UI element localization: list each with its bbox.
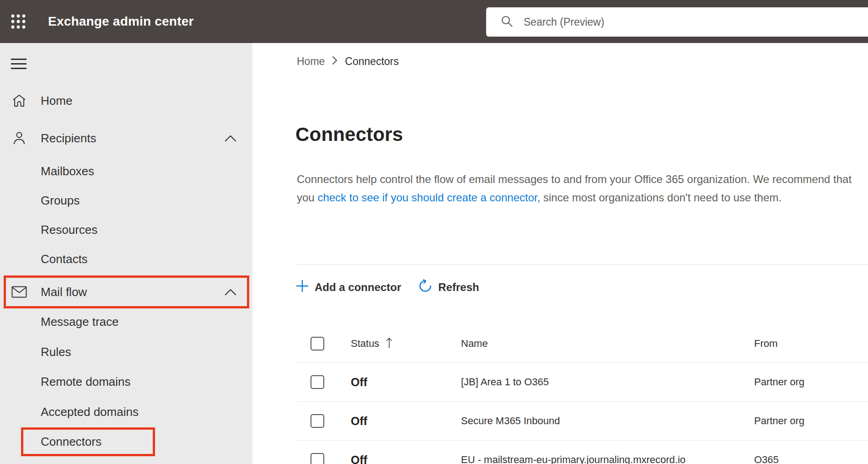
chevron-up-icon[interactable]: [224, 286, 237, 298]
add-connector-button[interactable]: Add a connector: [296, 280, 401, 295]
row-name: [JB] Area 1 to O365: [461, 376, 549, 388]
plus-icon: [296, 280, 309, 295]
select-all-checkbox[interactable]: [311, 337, 324, 351]
search-placeholder: Search (Preview): [524, 16, 604, 28]
row-status: Off: [351, 453, 367, 464]
app-title: Exchange admin center: [48, 0, 194, 43]
sidebar-item-resources[interactable]: Resources: [0, 217, 252, 243]
sidebar: Home Recipients Mailboxes Groups Resourc…: [0, 43, 252, 464]
sidebar-item-label: Accepted domains: [41, 405, 139, 419]
sidebar-item-label: Remote domains: [41, 375, 131, 389]
sort-ascending-icon: [386, 337, 393, 351]
mail-icon: [11, 284, 27, 300]
sidebar-item-message-trace[interactable]: Message trace: [0, 309, 252, 335]
breadcrumb-home-link[interactable]: Home: [297, 55, 325, 68]
sidebar-item-accepted-domains[interactable]: Accepted domains: [0, 399, 252, 425]
row-from: Partner org: [754, 376, 804, 388]
refresh-icon: [418, 279, 432, 296]
sidebar-item-rules[interactable]: Rules: [0, 339, 252, 365]
sidebar-item-remote-domains[interactable]: Remote domains: [0, 369, 252, 394]
topbar: Exchange admin center Search (Preview): [0, 0, 868, 43]
toolbar: Add a connector Refresh: [296, 278, 479, 297]
row-status: Off: [351, 415, 367, 428]
row-name: EU - mailstream-eu-primary.journaling.mx…: [461, 454, 686, 464]
magnifier-icon: [500, 14, 514, 30]
sidebar-item-connectors[interactable]: Connectors: [0, 429, 252, 454]
search-input[interactable]: Search (Preview): [486, 7, 868, 37]
table-row[interactable]: Off [JB] Area 1 to O365 Partner org: [252, 363, 868, 401]
add-connector-label: Add a connector: [315, 281, 401, 294]
row-checkbox[interactable]: [311, 375, 324, 389]
row-status: Off: [351, 376, 367, 389]
table-row[interactable]: Off Secure M365 Inbound Partner org: [252, 402, 868, 440]
sidebar-item-label: Groups: [41, 194, 80, 208]
row-from: O365: [754, 454, 779, 464]
person-icon: [11, 130, 27, 146]
column-header-from[interactable]: From: [754, 338, 777, 350]
chevron-up-icon[interactable]: [224, 132, 237, 145]
page-title: Connectors: [295, 124, 403, 146]
home-icon: [11, 93, 27, 108]
sidebar-item-label: Mail flow: [41, 285, 87, 299]
row-checkbox[interactable]: [311, 414, 324, 428]
sidebar-item-label: Home: [41, 94, 72, 108]
breadcrumb: Home Connectors: [297, 55, 399, 68]
description-text-after: since most organizations don't need to u…: [540, 191, 782, 204]
sidebar-item-label: Connectors: [41, 435, 102, 449]
row-name: Secure M365 Inbound: [461, 415, 560, 427]
sidebar-item-label: Resources: [41, 223, 97, 237]
sidebar-item-label: Recipients: [41, 131, 96, 146]
sidebar-item-groups[interactable]: Groups: [0, 188, 252, 213]
column-header-name[interactable]: Name: [461, 338, 488, 350]
table-row[interactable]: Off EU - mailstream-eu-primary.journalin…: [252, 441, 868, 464]
refresh-label: Refresh: [438, 281, 479, 294]
sidebar-item-recipients[interactable]: Recipients: [0, 125, 252, 151]
row-from: Partner org: [754, 415, 804, 427]
column-header-status[interactable]: Status: [351, 338, 379, 350]
sidebar-item-mail-flow[interactable]: Mail flow: [0, 279, 252, 305]
sidebar-item-label: Contacts: [41, 252, 88, 266]
waffle-icon: [11, 14, 26, 31]
sidebar-item-contacts[interactable]: Contacts: [0, 246, 252, 272]
main-content: Home Connectors Connectors Connectors he…: [252, 43, 868, 464]
chevron-right-icon: [332, 55, 338, 68]
create-connector-check-link[interactable]: check to see if you should create a conn…: [317, 191, 540, 204]
sidebar-item-home[interactable]: Home: [0, 88, 252, 113]
collapse-nav-button[interactable]: [11, 58, 27, 70]
sidebar-item-label: Message trace: [41, 315, 119, 329]
table-header-row: Status Name From: [252, 325, 868, 362]
toolbar-divider: [297, 264, 868, 265]
sidebar-item-mailboxes[interactable]: Mailboxes: [0, 158, 252, 184]
app-launcher-button[interactable]: [7, 11, 29, 33]
hamburger-icon: [11, 65, 27, 71]
exchange-admin-center-screen: Exchange admin center Search (Preview): [0, 0, 868, 464]
refresh-button[interactable]: Refresh: [418, 279, 479, 296]
row-checkbox[interactable]: [311, 453, 324, 464]
sidebar-item-label: Mailboxes: [41, 164, 94, 178]
page-description: Connectors help control the flow of emai…: [297, 170, 857, 207]
breadcrumb-current: Connectors: [345, 55, 399, 68]
sidebar-item-label: Rules: [41, 345, 71, 359]
